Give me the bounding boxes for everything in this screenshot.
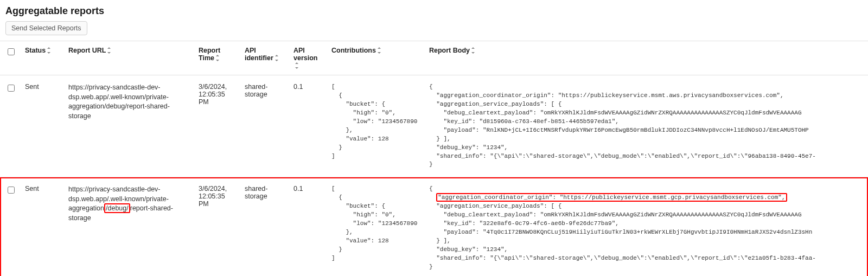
- contributions-cell: [ { "bucket": { "high": "0", "low": "123…: [326, 177, 424, 276]
- api-identifier-cell: shared-storage: [239, 177, 288, 276]
- header-report-url[interactable]: Report URL: [63, 41, 193, 75]
- sort-arrows-icon: [378, 48, 381, 53]
- header-report-time[interactable]: Report Time: [193, 41, 239, 75]
- status-cell: Sent: [20, 75, 63, 177]
- send-selected-reports-button[interactable]: Send Selected Reports: [5, 21, 87, 35]
- header-api-version[interactable]: API version: [288, 41, 326, 75]
- table-row[interactable]: Senthttps://privacy-sandcastle-dev-dsp.w…: [0, 75, 868, 177]
- report-time-cell: 3/6/2024, 12:05:35 PM: [193, 177, 239, 276]
- sort-arrows-icon: [275, 56, 278, 60]
- report-url-cell: https://privacy-sandcastle-dev-dsp.web.a…: [63, 75, 193, 177]
- body-coordinator-annotation: "aggregation_coordinator_origin": "https…: [436, 193, 787, 202]
- table-header-row: Status Report URL Report Time API identi…: [0, 41, 868, 75]
- row-checkbox[interactable]: [8, 85, 15, 92]
- select-all-checkbox[interactable]: [8, 48, 15, 55]
- reports-table: Status Report URL Report Time API identi…: [0, 41, 868, 276]
- row-checkbox[interactable]: [8, 187, 15, 194]
- api-identifier-cell: shared-storage: [239, 75, 288, 177]
- sort-arrows-icon: [295, 63, 298, 68]
- header-contributions[interactable]: Contributions: [326, 41, 424, 75]
- header-select-all[interactable]: [0, 41, 20, 75]
- report-body-cell: { "aggregation_coordinator_origin": "htt…: [424, 75, 868, 177]
- report-time-cell: 3/6/2024, 12:05:35 PM: [193, 75, 239, 177]
- contributions-cell: [ { "bucket": { "high": "0", "low": "123…: [326, 75, 424, 177]
- status-cell: Sent: [20, 177, 63, 276]
- api-version-cell: 0.1: [288, 75, 326, 177]
- sort-arrows-icon: [107, 48, 111, 53]
- api-version-cell: 0.1: [288, 177, 326, 276]
- sort-arrows-icon: [47, 48, 50, 53]
- sort-arrows-icon: [471, 48, 475, 53]
- sort-arrows-icon: [216, 56, 219, 60]
- page-title: Aggregatable reports: [0, 0, 868, 21]
- table-row[interactable]: Senthttps://privacy-sandcastle-dev-dsp.w…: [0, 177, 868, 276]
- header-status[interactable]: Status: [20, 41, 63, 75]
- report-url-cell: https://privacy-sandcastle-dev-dsp.web.a…: [63, 177, 193, 276]
- url-debug-annotation: /debug/: [104, 203, 130, 213]
- report-body-cell: { "aggregation_coordinator_origin": "htt…: [424, 177, 868, 276]
- header-report-body[interactable]: Report Body: [424, 41, 868, 75]
- header-api-identifier[interactable]: API identifier: [239, 41, 288, 75]
